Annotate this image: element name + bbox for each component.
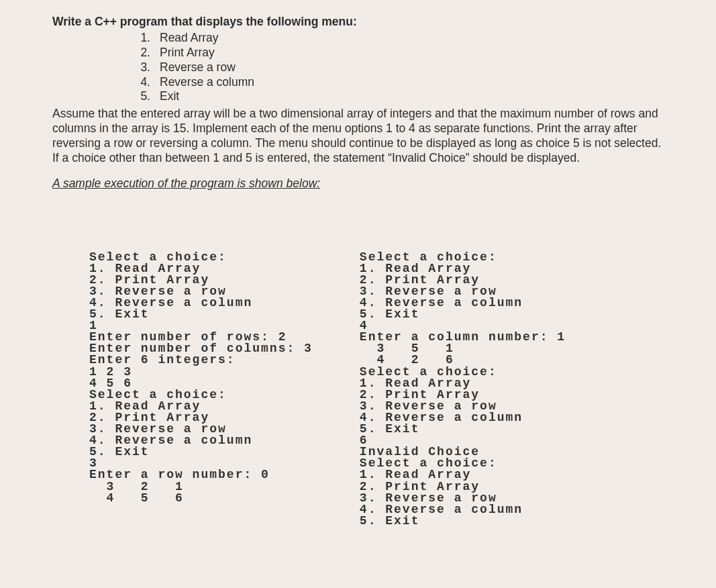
question-title: Write a C++ program that displays the fo… bbox=[52, 15, 664, 30]
menu-item-text: Read Array bbox=[160, 31, 219, 46]
menu-item-text: Reverse a column bbox=[160, 75, 254, 90]
menu-item-number: 5. bbox=[133, 89, 150, 104]
sample-execution-label: A sample execution of the program is sho… bbox=[52, 177, 664, 191]
menu-item: 1. Read Array bbox=[133, 31, 664, 46]
menu-item: 5. Exit bbox=[133, 89, 664, 104]
menu-item-number: 4. bbox=[133, 75, 150, 90]
menu-item-number: 3. bbox=[133, 60, 150, 75]
menu-item-number: 1. bbox=[133, 31, 150, 46]
menu-item-text: Exit bbox=[160, 89, 179, 104]
console-output-wrap: Select a choice: 1. Read Array 2. Print … bbox=[89, 252, 664, 527]
page: Write a C++ program that displays the fo… bbox=[0, 0, 716, 540]
question-paragraph: Assume that the entered array will be a … bbox=[52, 107, 664, 166]
console-output-left: Select a choice: 1. Read Array 2. Print … bbox=[89, 252, 313, 527]
menu-item-text: Print Array bbox=[160, 46, 215, 60]
menu-item-number: 2. bbox=[133, 46, 150, 60]
menu-item: 2. Print Array bbox=[133, 46, 664, 60]
menu-item: 4. Reverse a column bbox=[133, 75, 664, 90]
question-block: Write a C++ program that displays the fo… bbox=[52, 15, 664, 191]
menu-item-text: Reverse a row bbox=[160, 60, 236, 75]
menu-item: 3. Reverse a row bbox=[133, 60, 664, 75]
console-output-right: Select a choice: 1. Read Array 2. Print … bbox=[360, 252, 566, 527]
menu-list: 1. Read Array 2. Print Array 3. Reverse … bbox=[52, 31, 664, 104]
